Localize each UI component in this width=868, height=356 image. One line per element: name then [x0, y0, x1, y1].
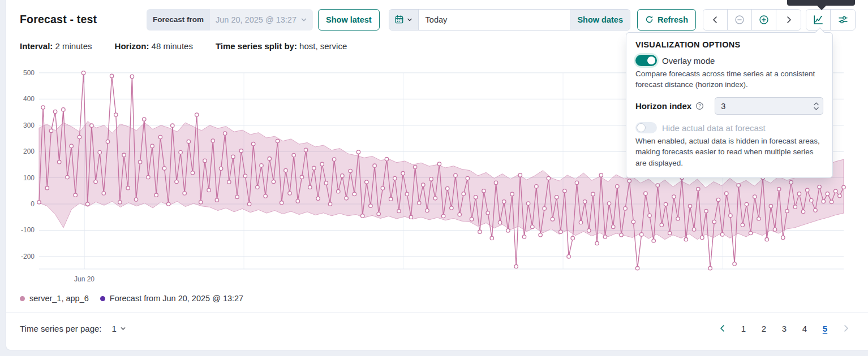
chevron-left-icon: [718, 324, 727, 333]
forecast-from-value: Jun 20, 2025 @ 13:27: [216, 15, 297, 24]
refresh-label: Refresh: [658, 15, 688, 24]
svg-text:500: 500: [23, 69, 35, 77]
hide-actual-label: Hide actual data at forecast: [662, 123, 766, 133]
pagination: 12345: [714, 320, 854, 337]
per-page-value: 1: [112, 324, 117, 333]
forecast-from-select[interactable]: Jun 20, 2025 @ 13:27: [210, 9, 313, 31]
calendar-icon: [394, 15, 404, 24]
per-page-control: Time series per page: 1: [20, 324, 127, 333]
hide-actual-toggle[interactable]: [635, 122, 657, 133]
per-page-select[interactable]: 1: [112, 324, 127, 333]
pagination-pages: 12345: [736, 320, 833, 337]
split-label: Time series split by:: [216, 41, 297, 51]
horizon-label: Horizon:: [115, 41, 149, 51]
chevron-left-icon: [711, 15, 720, 24]
interval-label: Interval:: [20, 41, 53, 51]
pagination-page-4[interactable]: 4: [797, 320, 813, 337]
popover-title: VISUALIZATION OPTIONS: [635, 40, 823, 49]
zoom-in-button[interactable]: [752, 10, 776, 30]
horizon-index-row: Horizon index ?: [635, 97, 823, 115]
toggle-knob: [647, 56, 656, 65]
legend-item-forecast[interactable]: Forecast from Jun 20, 2025 @ 13:27: [100, 294, 243, 303]
horizon-index-input-wrap: [715, 97, 823, 115]
pan-left-button[interactable]: [703, 10, 728, 30]
svg-text:300: 300: [23, 121, 35, 129]
pagination-page-2[interactable]: 2: [756, 320, 772, 337]
date-picker: Today Show dates: [389, 9, 630, 31]
footer-bar: Time series per page: 1 12345: [6, 312, 868, 344]
svg-text:-200: -200: [21, 253, 35, 261]
per-page-label: Time series per page:: [20, 324, 102, 333]
chart-nav-group: [703, 9, 801, 31]
visualization-options-popover: VISUALIZATION OPTIONS Overlay mode Compa…: [626, 32, 833, 178]
split-meta: Time series split by: host, service: [216, 41, 347, 51]
chevron-down-icon: [300, 16, 308, 24]
forecast-color-dot: [100, 296, 105, 301]
chevron-down-icon: [119, 325, 127, 332]
show-latest-button[interactable]: Show latest: [318, 9, 380, 31]
show-dates-button[interactable]: Show dates: [570, 10, 630, 30]
pagination-page-3[interactable]: 3: [776, 320, 792, 337]
svg-text:?: ?: [698, 103, 701, 109]
chevron-right-icon: [784, 15, 793, 24]
tooltip-remnant: [787, 0, 855, 6]
help-icon[interactable]: ?: [695, 102, 704, 110]
date-display[interactable]: Today: [419, 10, 570, 30]
circle-plus-icon: [759, 15, 769, 25]
circle-minus-icon: [734, 15, 745, 25]
number-stepper[interactable]: [814, 97, 819, 115]
horizon-index-label: Horizon index: [635, 101, 691, 111]
pagination-next-button[interactable]: [837, 320, 854, 337]
legend-item-series[interactable]: server_1, app_6: [20, 294, 89, 303]
sliders-icon: [838, 15, 848, 25]
horizon-index-input[interactable]: [715, 97, 823, 115]
svg-text:100: 100: [23, 174, 35, 182]
legend-forecast-label: Forecast from Jun 20, 2025 @ 13:27: [110, 294, 243, 303]
forecast-from-label: Forecast from: [147, 9, 210, 31]
svg-text:Jun 20: Jun 20: [74, 275, 94, 283]
visualization-options-button[interactable]: [806, 10, 831, 30]
chart-legend: server_1, app_6 Forecast from Jun 20, 20…: [6, 294, 868, 303]
legend-series-label: server_1, app_6: [29, 294, 89, 303]
chart-settings-button[interactable]: [831, 10, 855, 30]
overlay-mode-label: Overlay mode: [662, 56, 715, 66]
svg-text:0: 0: [31, 200, 35, 208]
overlay-mode-row: Overlay mode: [635, 55, 823, 66]
overlay-mode-toggle[interactable]: [635, 55, 657, 66]
svg-text:-100: -100: [21, 226, 35, 234]
hide-actual-row: Hide actual data at forecast: [635, 122, 823, 133]
pagination-page-5[interactable]: 5: [817, 320, 833, 337]
toggle-knob: [637, 123, 646, 132]
refresh-icon: [645, 15, 654, 24]
quick-select-button[interactable]: [389, 10, 419, 30]
overlay-mode-description: Compare forecasts across time series at …: [635, 68, 823, 90]
interval-meta: Interval: 2 minutes: [20, 41, 92, 51]
pagination-page-1[interactable]: 1: [736, 320, 751, 337]
page-title: Forecast - test: [20, 13, 147, 26]
interval-value: 2 minutes: [55, 41, 92, 51]
stepper-down-icon: [814, 107, 819, 110]
tooltip-arrow: [817, 6, 826, 10]
pagination-previous-button[interactable]: [714, 320, 731, 337]
split-value: host, service: [299, 41, 347, 51]
forecast-panel: Forecast - test Forecast from Jun 20, 20…: [6, 0, 868, 350]
zoom-out-button[interactable]: [728, 10, 752, 30]
horizon-value: 48 minutes: [152, 41, 193, 51]
chevron-down-icon: [406, 16, 413, 23]
header-toolbar: Forecast - test Forecast from Jun 20, 20…: [6, 0, 868, 31]
pan-right-button[interactable]: [776, 10, 801, 30]
horizon-meta: Horizon: 48 minutes: [115, 41, 193, 51]
page: Forecast - test Forecast from Jun 20, 20…: [0, 0, 868, 356]
refresh-button[interactable]: Refresh: [637, 9, 696, 31]
hide-actual-description: When enabled, actual data is hidden in f…: [635, 136, 823, 168]
stepper-up-icon: [814, 102, 819, 106]
chart-tools-group: [806, 9, 856, 31]
line-chart-icon: [813, 15, 823, 25]
svg-text:200: 200: [23, 147, 35, 155]
chevron-right-icon: [841, 324, 850, 333]
svg-text:400: 400: [23, 95, 35, 103]
series-color-dot: [20, 296, 25, 301]
forecast-from-group: Forecast from Jun 20, 2025 @ 13:27 Show …: [147, 9, 380, 31]
